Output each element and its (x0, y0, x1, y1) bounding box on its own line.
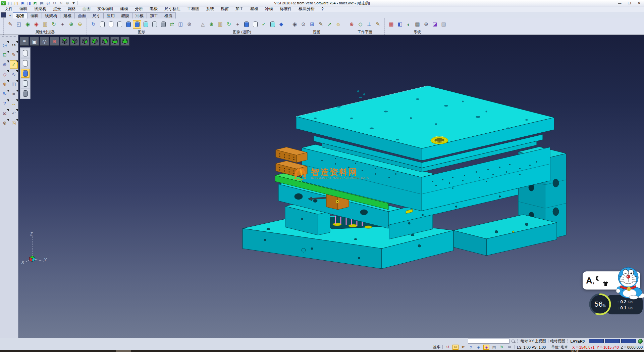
tab-modeling[interactable]: 建模 (60, 12, 75, 18)
tab-machining[interactable]: 加工 (147, 12, 161, 18)
tab-wireframe[interactable]: 线架构 (42, 12, 60, 18)
layers-stack-icon[interactable]: ▤ (491, 345, 497, 350)
material-icon[interactable]: ◪ (431, 20, 439, 29)
advanced-recycle-icon[interactable]: ↻ (225, 20, 233, 29)
graphics-settings-icon[interactable]: ⊛ (185, 20, 194, 29)
view-back-icon[interactable] (90, 37, 99, 46)
view-arrow-icon[interactable]: ↗ (325, 20, 334, 29)
context-help-icon[interactable]: ? (468, 345, 474, 350)
menu-moldflow[interactable]: 模流分析 (295, 6, 318, 12)
menu-edit[interactable]: 编辑 (16, 6, 31, 12)
view-smiley-icon[interactable]: ☺ (334, 20, 342, 29)
ime-skin-shirt-icon[interactable] (603, 281, 608, 287)
tab-molding[interactable]: 塑膜 (118, 12, 132, 18)
shade-edges-icon[interactable] (21, 79, 30, 88)
filter-traffic-light-icon[interactable]: ▥ (41, 20, 49, 29)
shade-solid-icon[interactable] (21, 69, 30, 78)
quick-access-dropdown-icon[interactable]: ▼ (71, 1, 76, 6)
menu-window[interactable]: 视窗 (217, 6, 232, 12)
menu-electrode[interactable]: 电极 (146, 6, 161, 12)
units-status[interactable]: 单位: 毫米 (551, 345, 568, 350)
snap-lock-label[interactable]: 拴牢 (433, 345, 440, 350)
fit-frame-icon[interactable]: ⊡ (1, 51, 9, 59)
spline-icon[interactable]: ∿ (10, 70, 18, 78)
print-preview-icon[interactable]: ◎ (45, 1, 51, 6)
hatched-mode-icon[interactable] (159, 20, 167, 29)
view-eye-icon[interactable]: ◉ (290, 20, 299, 29)
menu-system[interactable]: 系统 (203, 6, 217, 12)
move-axis-icon[interactable]: ◇ (1, 70, 9, 78)
scale-status[interactable]: LS: 1.00 PS: 1.00 (517, 345, 546, 349)
zoom-options-icon[interactable]: ⊕ (1, 60, 9, 69)
view-settings-icon[interactable]: ⊙ (299, 20, 308, 29)
view-isometric-icon[interactable] (120, 37, 129, 46)
close-button[interactable]: ✕ (634, 0, 644, 6)
globe-status-icon[interactable] (638, 339, 643, 344)
color-palette-icon[interactable]: ▦ (387, 20, 395, 29)
open-folder-icon[interactable]: ◳ (10, 119, 18, 127)
refresh-icon[interactable]: ↻ (1, 90, 9, 98)
ime-mode-letter[interactable]: A (586, 275, 592, 286)
show-all-icon[interactable]: ⊕ (67, 20, 75, 29)
save-all-icon[interactable]: ◩ (33, 1, 38, 6)
save-as-icon[interactable]: ◨ (26, 1, 32, 6)
view-right-icon[interactable] (110, 37, 119, 46)
transparent-mode-icon[interactable] (142, 20, 150, 29)
confirm-check-icon[interactable]: ✓ (10, 60, 18, 69)
shaded-edges-mode-icon[interactable] (133, 20, 141, 29)
new-file-icon[interactable]: ◰ (7, 1, 13, 6)
shaded-mode-icon[interactable] (124, 20, 132, 29)
workplane-sketch-icon[interactable]: ✎ (374, 20, 382, 29)
zoom-fit-icon[interactable]: ▣ (30, 37, 39, 46)
redraw-icon[interactable]: ↻ (89, 20, 98, 29)
trim-scissors-icon[interactable]: ✂ (10, 41, 18, 49)
ime-punctuation-icon[interactable]: ’ (593, 281, 594, 289)
refresh-selection-icon[interactable]: ↺ (445, 345, 451, 350)
menu-die[interactable]: 冲模 (262, 6, 276, 12)
menu-mold[interactable]: 塑模 (247, 6, 262, 12)
magic-wand-icon[interactable]: ⊛ (452, 345, 459, 350)
selection-zoom-icon[interactable]: ◎ (1, 41, 9, 49)
undo-icon[interactable]: ↺ (52, 1, 57, 6)
advanced-drop-icon[interactable]: ◆ (277, 20, 285, 29)
advanced-shaded-icon[interactable] (242, 20, 251, 29)
search-icon[interactable] (512, 340, 515, 343)
checker-icon[interactable]: ▩ (413, 20, 422, 29)
advanced-traffic-icon[interactable]: ▥ (216, 20, 224, 29)
advanced-measure-icon[interactable]: ◬ (199, 20, 207, 29)
pick-hand-icon[interactable]: ☛ (460, 345, 466, 350)
view-top-icon[interactable] (60, 37, 69, 46)
advanced-check-icon[interactable]: ✓ (260, 20, 268, 29)
tab-moldflow[interactable]: 模流 (161, 12, 176, 18)
print-icon[interactable]: ▤ (39, 1, 45, 6)
hidden-line-mode-icon[interactable] (107, 20, 115, 29)
tab-dimension[interactable]: 尺寸 (89, 12, 104, 18)
view-left-icon[interactable] (100, 37, 109, 46)
tab-die[interactable]: 冲模 (132, 12, 147, 18)
refresh-visibility-icon[interactable]: ↻ (50, 20, 58, 29)
menu-machining[interactable]: 加工 (232, 6, 247, 12)
advanced-cyan-icon[interactable] (268, 20, 277, 29)
display-list-icon[interactable]: ≡ (20, 37, 29, 46)
menu-help[interactable]: ? (318, 6, 327, 12)
app-logo[interactable]: V (1, 1, 6, 5)
advanced-white-icon[interactable] (251, 20, 259, 29)
shade-wireframe-icon[interactable] (21, 49, 30, 57)
view-sketch-icon[interactable]: ✎ (317, 20, 325, 29)
tab-dropdown-icon[interactable]: ▼ (7, 13, 13, 18)
hide-all-icon[interactable]: ⊖ (76, 20, 84, 29)
zoom-dynamic-icon[interactable]: ◎ (40, 37, 49, 46)
machining-wheel-icon[interactable]: ⊗ (1, 119, 9, 127)
globe-icon[interactable]: ◐ (405, 20, 413, 29)
sidebar-drag-handle[interactable] (2, 36, 16, 39)
grid-window-icon[interactable]: ⊞ (506, 345, 513, 350)
solid-cube-icon[interactable]: ■ (10, 90, 18, 98)
menu-solid-edit[interactable]: 实体编辑 (94, 6, 117, 12)
attributes-page-icon[interactable]: ◰ (15, 20, 23, 29)
menu-surface[interactable]: 曲面 (79, 6, 94, 12)
ghost-mode-icon[interactable] (150, 20, 159, 29)
menu-point-cloud[interactable]: 点云 (50, 6, 64, 12)
tab-edit[interactable]: 编辑 (27, 12, 42, 18)
help-question-icon[interactable]: ? (1, 99, 9, 107)
menu-modeling[interactable]: 建模 (117, 6, 131, 12)
